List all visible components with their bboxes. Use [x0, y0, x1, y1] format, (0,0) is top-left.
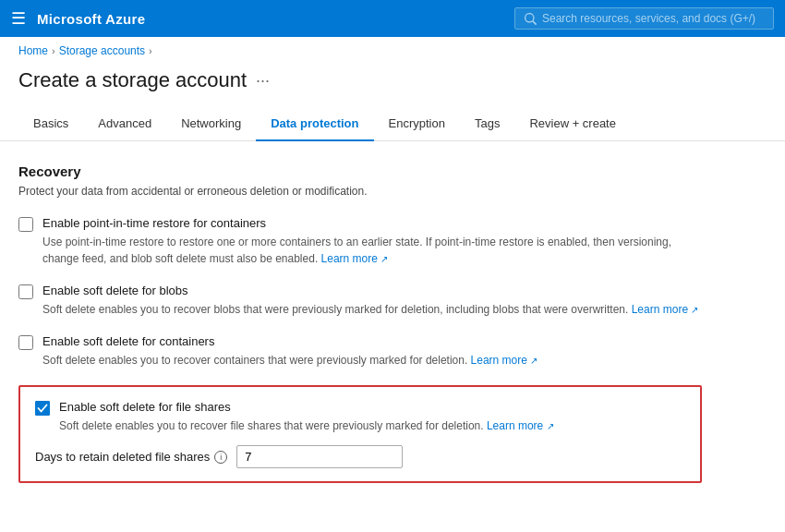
recovery-description: Protect your data from accidental or err…: [18, 185, 702, 198]
option-soft-delete-containers-label: Enable soft delete for containers: [42, 334, 537, 348]
recovery-title: Recovery: [18, 163, 702, 179]
option-soft-delete-shares-desc: Soft delete enables you to recover file …: [59, 417, 554, 434]
learn-more-soft-delete-shares[interactable]: Learn more ↗: [487, 419, 554, 432]
tab-review-create[interactable]: Review + create: [514, 107, 631, 141]
checkmark-icon: [37, 403, 48, 414]
breadcrumb-sep-1: ›: [52, 45, 55, 56]
learn-more-point-in-time[interactable]: Learn more ↗: [321, 252, 389, 265]
days-retain-input[interactable]: [236, 445, 403, 468]
learn-more-soft-delete-blobs[interactable]: Learn more ↗: [632, 303, 699, 316]
info-icon[interactable]: i: [214, 451, 227, 464]
page-header: Create a storage account ···: [0, 61, 785, 107]
option-soft-delete-containers-desc: Soft delete enables you to recover conta…: [42, 352, 537, 369]
page-title: Create a storage account: [18, 68, 247, 92]
ext-link-icon-4: ↗: [547, 421, 554, 431]
breadcrumb-storage-accounts[interactable]: Storage accounts: [59, 44, 145, 57]
option-soft-delete-blobs: Enable soft delete for blobs Soft delete…: [18, 284, 702, 318]
search-icon: [525, 13, 537, 25]
breadcrumb: Home › Storage accounts ›: [0, 37, 785, 61]
tab-advanced[interactable]: Advanced: [83, 107, 166, 141]
tab-networking[interactable]: Networking: [166, 107, 256, 141]
more-options-icon[interactable]: ···: [256, 71, 270, 91]
option-point-in-time-content: Enable point-in-time restore for contain…: [42, 216, 702, 267]
option-point-in-time-label: Enable point-in-time restore for contain…: [42, 216, 702, 230]
checkbox-soft-delete-blobs[interactable]: [18, 284, 33, 299]
ext-link-icon-2: ↗: [691, 305, 698, 315]
tab-basics[interactable]: Basics: [18, 107, 83, 141]
ext-link-icon-3: ↗: [530, 356, 537, 366]
tab-tags[interactable]: Tags: [460, 107, 514, 141]
search-bar[interactable]: [514, 7, 774, 30]
days-retain-row: Days to retain deleted file shares i: [35, 445, 685, 468]
option-soft-delete-blobs-desc: Soft delete enables you to recover blobs…: [42, 301, 698, 318]
checkbox-point-in-time[interactable]: [18, 217, 33, 232]
checkbox-soft-delete-shares-visual: [35, 401, 50, 416]
learn-more-soft-delete-containers[interactable]: Learn more ↗: [471, 354, 538, 367]
main-content: Recovery Protect your data from accident…: [0, 141, 720, 514]
checkbox-soft-delete-containers[interactable]: [18, 335, 33, 350]
option-soft-delete-shares-content: Enable soft delete for file shares Soft …: [59, 400, 554, 434]
option-soft-delete-containers-content: Enable soft delete for containers Soft d…: [42, 334, 537, 369]
search-input[interactable]: [542, 12, 764, 25]
ext-link-icon-1: ↗: [380, 254, 388, 264]
tab-data-protection[interactable]: Data protection: [256, 107, 373, 141]
tabs-container: Basics Advanced Networking Data protecti…: [0, 107, 785, 141]
breadcrumb-sep-2: ›: [149, 45, 152, 56]
days-retain-label: Days to retain deleted file shares i: [35, 450, 227, 464]
option-point-in-time: Enable point-in-time restore for contain…: [18, 216, 702, 267]
option-soft-delete-shares-label: Enable soft delete for file shares: [59, 400, 554, 414]
tab-encryption[interactable]: Encryption: [374, 107, 460, 141]
hamburger-icon[interactable]: ☰: [11, 8, 26, 29]
option-soft-delete-blobs-content: Enable soft delete for blobs Soft delete…: [42, 284, 698, 318]
breadcrumb-home[interactable]: Home: [18, 44, 48, 57]
highlighted-section-file-shares: Enable soft delete for file shares Soft …: [18, 385, 702, 483]
option-soft-delete-blobs-label: Enable soft delete for blobs: [42, 284, 698, 297]
option-soft-delete-shares: Enable soft delete for file shares Soft …: [35, 400, 685, 434]
option-point-in-time-desc: Use point-in-time restore to restore one…: [42, 234, 702, 267]
topbar: ☰ Microsoft Azure: [0, 0, 785, 37]
option-soft-delete-containers: Enable soft delete for containers Soft d…: [18, 334, 702, 369]
app-title: Microsoft Azure: [37, 11, 145, 27]
